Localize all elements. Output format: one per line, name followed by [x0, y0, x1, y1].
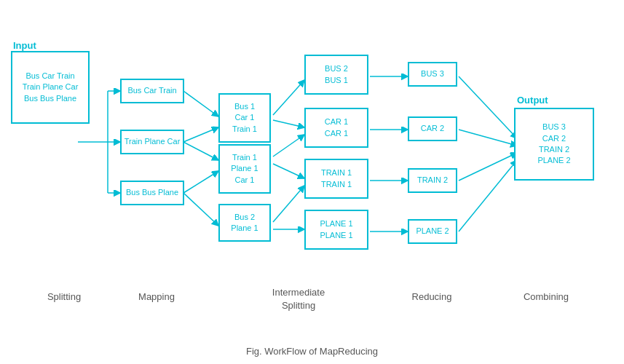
svg-line-6 — [183, 91, 218, 116]
svg-line-8 — [183, 142, 218, 160]
svg-line-21 — [459, 76, 517, 138]
svg-line-9 — [183, 171, 218, 193]
inter2-node: Train 1 Plane 1 Car 1 — [218, 144, 271, 194]
map1-node: Bus Car Train — [120, 79, 184, 103]
inter3-node: Bus 2 Plane 1 — [218, 204, 271, 242]
reducing-label: Reducing — [399, 291, 465, 302]
is4-node: PLANE 1 PLANE 1 — [304, 210, 368, 250]
red2-node: CAR 2 — [408, 116, 457, 141]
svg-line-13 — [273, 135, 304, 157]
map3-node: Bus Bus Plane — [120, 181, 184, 205]
red4-node: PLANE 2 — [408, 219, 457, 244]
map2-node: Train Plane Car — [120, 130, 184, 154]
svg-line-23 — [459, 153, 517, 181]
inter1-node: Bus 1 Car 1 Train 1 — [218, 93, 271, 143]
intermediate-label: IntermediateSplitting — [258, 286, 339, 312]
combining-label: Combining — [510, 291, 582, 302]
input-node: Bus Car Train Train Plane Car Bus Bus Pl… — [11, 51, 90, 124]
input-label: Input — [13, 40, 36, 51]
output-node: BUS 3 CAR 2 TRAIN 2 PLANE 2 — [514, 108, 594, 181]
red1-node: BUS 3 — [408, 62, 457, 87]
svg-line-15 — [273, 186, 304, 222]
mapping-label: Mapping — [127, 291, 186, 302]
svg-line-10 — [183, 193, 218, 226]
red3-node: TRAIN 2 — [408, 168, 457, 193]
svg-line-11 — [273, 80, 304, 115]
svg-line-24 — [459, 160, 517, 232]
is2-node: CAR 1 CAR 1 — [304, 108, 368, 148]
svg-line-12 — [273, 120, 304, 127]
output-label: Output — [517, 95, 548, 106]
fig-label: Fig. WorkFlow of MapReducing — [0, 346, 624, 357]
is3-node: TRAIN 1 TRAIN 1 — [304, 159, 368, 199]
svg-line-14 — [273, 164, 304, 178]
splitting-label: Splitting — [35, 291, 93, 302]
svg-line-22 — [459, 130, 517, 146]
is1-node: BUS 2 BUS 1 — [304, 55, 368, 95]
diagram: Input Bus Car Train Train Plane Car Bus … — [0, 0, 624, 335]
svg-line-7 — [183, 127, 218, 142]
